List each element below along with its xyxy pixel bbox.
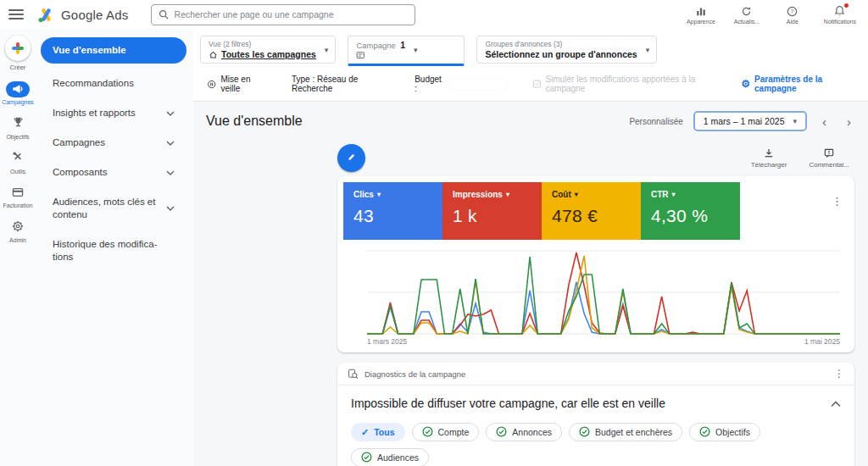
simulate-icon (532, 79, 542, 89)
chevron-down-icon: ▾ (575, 191, 578, 198)
metric-card-coût[interactable]: Coût▾478 € (542, 182, 641, 240)
chevron-down-icon: ▾ (325, 46, 329, 54)
campaign-type: Type : Réseau de Recherche (292, 75, 389, 93)
status-badge: Mise en veille (220, 75, 265, 93)
download-button[interactable]: Télécharger (751, 147, 787, 169)
bell-action[interactable]: Notifications (824, 5, 856, 25)
chart-line-coût (367, 256, 840, 334)
rail-item-outils[interactable]: Outils (0, 151, 36, 176)
overview-content: Vue d'ensemble Personnalisée 1 mars – 1 … (193, 101, 868, 466)
check-circle-icon (496, 426, 507, 439)
diagnostic-chip-tous[interactable]: ✓Tous (351, 423, 405, 441)
adgroup-selector[interactable]: Groupes d'annonces (3) Sélectionnez un g… (476, 36, 657, 64)
subnav-item[interactable]: Recommandations (41, 70, 186, 97)
gear-icon: ⚙ (741, 79, 750, 89)
diagnostic-chip-objectifs[interactable]: Objectifs (689, 423, 760, 441)
metric-card-clics[interactable]: Clics▾43 (343, 182, 442, 240)
diagnostic-chip-annonces[interactable]: Annonces (486, 423, 562, 441)
chevron-down-icon (166, 107, 175, 119)
diagnostics-more-menu[interactable]: ⋮ (834, 368, 844, 380)
rail-item-admin[interactable]: Admin (0, 219, 36, 245)
rail-item-facturation[interactable]: Facturation (0, 185, 36, 210)
rail-item-objectifs[interactable]: Objectifs (0, 116, 36, 141)
chevron-down-icon: ▾ (672, 191, 676, 198)
campaign-label: Campagne (356, 41, 395, 50)
subnav-item[interactable]: Historique des modifica-tions (41, 231, 186, 270)
metric-value: 478 € (552, 206, 631, 226)
google-ads-logo: Google Ads (37, 7, 129, 23)
trophy-icon (13, 116, 24, 131)
refresh-action[interactable]: Actualis... (732, 5, 761, 25)
pencil-icon (345, 152, 358, 164)
comment-button[interactable]: Commentai... (809, 147, 849, 169)
check-circle-icon (422, 426, 433, 439)
plus-icon (12, 42, 24, 54)
create-label: Créer (10, 64, 26, 71)
menu-icon[interactable] (8, 9, 24, 19)
metric-card-ctr[interactable]: CTR▾4,30 % (641, 182, 740, 240)
budget-value-redacted (449, 79, 507, 90)
filter-bar: Vue (2 filtres) Toutes les campagnes ▾ C… (193, 29, 868, 70)
global-search[interactable] (151, 4, 415, 25)
bell-icon (834, 5, 845, 18)
notification-badge (843, 3, 849, 8)
collapse-button[interactable] (831, 396, 841, 411)
edit-button[interactable] (337, 144, 365, 172)
diagnostics-message: Impossible de diffuser votre campagne, c… (351, 397, 665, 410)
campaign-settings-link[interactable]: ⚙ Paramètres de la campagne (741, 75, 853, 93)
pause-icon (207, 79, 216, 90)
date-next-button[interactable]: › (842, 114, 856, 129)
view-filter-dropdown[interactable]: Vue (2 filtres) Toutes les campagnes ▾ (200, 36, 336, 64)
date-range-selector[interactable]: 1 mars – 1 mai 2025 ▾ (693, 111, 807, 131)
subnav-item[interactable]: Composants (41, 159, 186, 186)
comment-icon (823, 147, 835, 159)
overview-chart-card: Clics▾43Impressions▾1 kCoût▾478 €CTR▾4,3… (337, 176, 854, 352)
overview-chart: 1 mars 2025 1 mai 2025 (367, 250, 840, 349)
check-icon: ✓ (361, 427, 369, 438)
metric-card-impressions[interactable]: Impressions▾1 k (442, 182, 542, 240)
diagnostic-chip-audiences[interactable]: Audiences (351, 448, 429, 466)
billing-icon (12, 186, 24, 201)
search-input[interactable] (175, 9, 408, 19)
subnav-item[interactable]: Audiences, mots clés et contenu (41, 189, 186, 228)
diagnostics-icon (348, 369, 359, 380)
left-rail: Créer CampagnesObjectifsOutilsFacturatio… (0, 29, 36, 466)
search-icon (159, 9, 169, 19)
card-more-menu[interactable]: ⋮ (832, 195, 843, 208)
download-icon (763, 147, 775, 159)
create-button[interactable] (5, 36, 31, 61)
campaign-icon (356, 51, 366, 60)
campaign-status-bar: Mise en veille Type : Réseau de Recherch… (193, 70, 868, 101)
diagnostic-chip-compte[interactable]: Compte (412, 423, 480, 441)
chevron-down-icon (166, 136, 175, 149)
rail-item-campagnes[interactable]: Campagnes (0, 81, 36, 107)
campaign-value: 1 (400, 40, 405, 50)
diagnostic-chip-budget-et-ench-res[interactable]: Budget et enchères (569, 423, 682, 441)
chevron-up-icon (831, 401, 841, 408)
simulate-link[interactable]: Simuler les modifications apportées à la… (532, 75, 715, 93)
chevron-down-icon: ▾ (506, 191, 509, 198)
subnav-item[interactable]: Campagnes (41, 130, 186, 156)
chart-icon (695, 5, 707, 18)
diagnostics-card: Diagnostics de la campagne ⋮ Impossible … (337, 363, 854, 466)
subnav-item[interactable]: Vue d'ensemble (41, 37, 186, 64)
chevron-down-icon: ▾ (646, 46, 650, 54)
chart-line-impressions (367, 252, 840, 334)
refresh-icon (741, 5, 752, 18)
date-mode-label: Personnalisée (629, 117, 682, 126)
metric-value: 1 k (453, 206, 531, 226)
page-title: Vue d'ensemble (206, 114, 303, 129)
metric-cards: Clics▾43Impressions▾1 kCoût▾478 €CTR▾4,3… (343, 182, 849, 240)
subnav-item[interactable]: Insights et rapports (41, 100, 186, 126)
chart-action[interactable]: Apparence (687, 5, 715, 25)
budget-label: Budget : (415, 75, 444, 93)
tools-icon (12, 151, 24, 166)
view-filter-label: Vue (2 filtres) (209, 40, 316, 48)
campaign-selector[interactable]: Campagne 1 ▾ (348, 36, 465, 66)
metric-value: 4,30 % (651, 206, 730, 226)
date-prev-button[interactable]: ‹ (817, 114, 832, 129)
help-action[interactable]: ?Aide (778, 5, 807, 25)
google-ads-logo-icon (37, 7, 55, 23)
view-filter-value: Toutes les campagnes (221, 49, 316, 59)
chevron-down-icon: ▾ (793, 117, 797, 125)
